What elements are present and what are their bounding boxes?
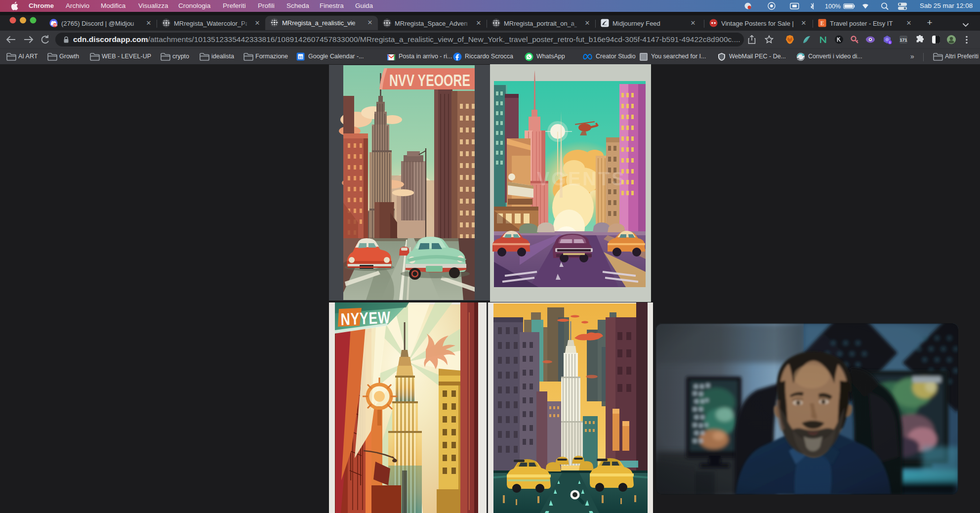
svg-text:2765: 2765 [52,24,58,27]
svg-text:NYYEW: NYYEW [340,307,391,328]
svg-text:171: 171 [899,38,907,43]
svg-text:100%: 100% [825,3,841,10]
svg-text:VGENTS: VGENTS [537,169,626,189]
svg-text:E: E [820,20,824,27]
svg-text:31: 31 [298,55,302,59]
svg-text:NVV YEOORE: NVV YEOORE [389,71,470,90]
